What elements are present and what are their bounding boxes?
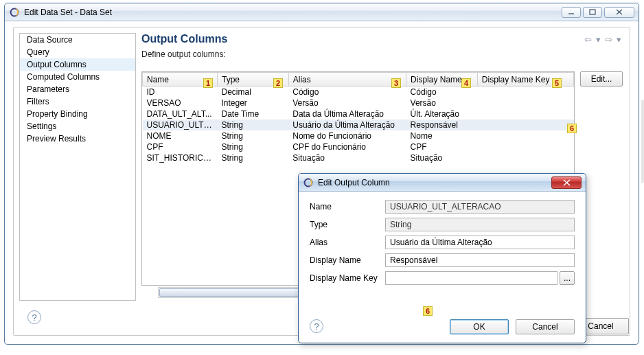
close-button[interactable]	[604, 7, 634, 18]
window-title: Edit Data Set - Data Set	[24, 8, 562, 17]
cell: Nome do Funcionário	[288, 130, 406, 141]
fwd-dd-icon[interactable]: ▾	[615, 34, 623, 45]
cell: Responsável	[406, 119, 478, 130]
sidebar-item-filters[interactable]: Filters	[20, 95, 135, 108]
table-row[interactable]: SIT_HISTORICO...StringSituaçãoSituação	[143, 152, 574, 163]
cell: DATA_ULT_ALT...	[143, 108, 218, 119]
cell	[477, 152, 573, 163]
cell: String	[217, 141, 288, 152]
svg-rect-2	[590, 10, 595, 14]
table-row[interactable]: NOMEStringNome do FuncionárioNome	[143, 130, 574, 141]
annotation-1: 1	[203, 78, 213, 88]
cell	[477, 98, 573, 108]
cell	[477, 141, 573, 152]
cell: Situação	[406, 152, 478, 163]
label-display-name-key: Display Name Key	[310, 273, 385, 283]
background-strip	[641, 100, 644, 183]
cell	[477, 119, 573, 130]
cell: Date Time	[217, 108, 288, 119]
cell: CPF	[406, 141, 478, 152]
table-row[interactable]: CPFStringCPF do FuncionárioCPF	[143, 141, 574, 152]
annotation-6-row: 6	[567, 124, 577, 133]
subtext: Define output columns:	[141, 49, 623, 59]
edit-button[interactable]: Edit...	[580, 71, 623, 87]
name-field: USUARIO_ULT_ALTERACAO	[385, 200, 575, 214]
edit-output-column-dialog: Edit Output Column Name USUARIO_ULT_ALTE…	[298, 173, 586, 343]
dialog-help-icon[interactable]: ?	[310, 319, 323, 333]
annotation-5: 5	[552, 78, 562, 88]
sidebar-item-query[interactable]: Query	[20, 46, 135, 58]
table-row[interactable]: VERSAOIntegerVersãoVersão	[143, 98, 574, 108]
page-title: Output Columns	[141, 33, 227, 45]
dialog-body: Name USUARIO_ULT_ALTERACAO Type String A…	[299, 192, 586, 343]
dialog-title: Edit Output Column	[318, 178, 551, 187]
sidebar-item-computed-columns[interactable]: Computed Columns	[20, 71, 135, 83]
type-field: String	[385, 218, 575, 231]
annotation-6-dialog: 6	[423, 306, 433, 316]
cell: Usuário da Última Alteração	[288, 119, 406, 130]
table-row[interactable]: DATA_ULT_ALT...Date TimeData da Última A…	[143, 108, 574, 119]
cell	[477, 130, 573, 141]
maximize-button[interactable]	[583, 7, 602, 18]
cell: Últ. Alteração	[406, 108, 478, 119]
cell: Código	[288, 87, 406, 98]
sidebar-item-output-columns[interactable]: Output Columns	[20, 58, 135, 71]
ok-button[interactable]: OK	[450, 319, 509, 334]
label-alias: Alias	[310, 238, 385, 247]
sidebar-item-data-source[interactable]: Data Source	[20, 34, 135, 46]
cell: VERSAO	[143, 98, 218, 108]
cell: CPF do Funcionário	[288, 141, 406, 152]
sidebar-item-parameters[interactable]: Parameters	[20, 83, 135, 95]
dialog-close-button[interactable]	[551, 176, 582, 189]
label-type: Type	[310, 220, 385, 229]
cell: Situação	[288, 152, 406, 163]
cell: String	[217, 152, 288, 163]
cell: String	[217, 119, 288, 130]
cell: USUARIO_ULT_...	[143, 119, 218, 130]
cell: CPF	[143, 141, 218, 152]
cell	[477, 108, 573, 119]
cancel-button[interactable]: Cancel	[516, 319, 575, 334]
browse-button[interactable]: ...	[560, 271, 575, 285]
fwd-icon[interactable]: ⇨	[603, 34, 614, 45]
cell: SIT_HISTORICO...	[143, 152, 218, 163]
cell: Versão	[406, 98, 478, 108]
annotation-3: 3	[391, 78, 401, 88]
eclipse-icon	[9, 7, 20, 18]
cell: Data da Última Alteração	[288, 108, 406, 119]
titlebar[interactable]: Edit Data Set - Data Set	[5, 3, 639, 21]
cell: Versão	[288, 98, 406, 108]
eclipse-icon	[303, 177, 314, 188]
display-name-field[interactable]: Responsável	[385, 253, 575, 267]
label-display-name: Display Name	[310, 255, 385, 265]
back-dd-icon[interactable]: ▾	[595, 34, 602, 45]
minimize-button[interactable]	[562, 7, 581, 18]
sidebar-item-preview-results[interactable]: Preview Results	[20, 133, 135, 145]
cell: NOME	[143, 130, 218, 141]
cell: String	[217, 130, 288, 141]
sidebar: Data Source Query Output Columns Compute…	[19, 33, 136, 301]
label-name: Name	[310, 202, 385, 211]
display-name-key-field[interactable]	[385, 271, 557, 285]
annotation-2: 2	[273, 78, 283, 88]
nav-icons: ⇦▾ ⇨▾	[583, 34, 623, 45]
sidebar-item-settings[interactable]: Settings	[20, 120, 135, 133]
col-alias[interactable]: Alias	[288, 73, 406, 87]
back-icon[interactable]: ⇦	[583, 34, 593, 45]
table-row[interactable]: USUARIO_ULT_...StringUsuário da Última A…	[143, 119, 574, 130]
help-icon[interactable]: ?	[27, 310, 41, 324]
cell: Integer	[217, 98, 288, 108]
cell: Nome	[406, 130, 478, 141]
alias-field[interactable]: Usuário da Última Alteração	[385, 236, 575, 249]
window-controls	[562, 7, 634, 18]
annotation-4: 4	[461, 78, 471, 88]
dialog-titlebar[interactable]: Edit Output Column	[299, 174, 586, 192]
sidebar-item-property-binding[interactable]: Property Binding	[20, 108, 135, 120]
